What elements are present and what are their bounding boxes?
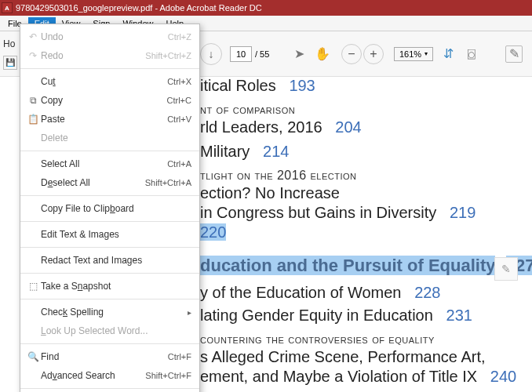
menu-item-icon: ⬚ [25,281,41,292]
menu-item-icon: 📋 [25,114,41,125]
menu-item-select-all[interactable]: Select AllCtrl+A [20,154,199,173]
menu-item-label: Paste [41,114,167,125]
menu-item-label: Redact Text and Images [41,255,191,266]
app-icon: A [2,2,13,13]
home-button[interactable]: Ho [3,38,17,49]
menu-item-label: Copy File to Clipboard [41,203,191,214]
page-down-icon[interactable]: ↓ [200,43,222,65]
menu-item-label: Take a Snapshot [41,281,191,292]
menu-item-shortcut: Ctrl+C [167,96,191,105]
menu-item-shortcut: Shift+Ctrl+A [145,178,191,187]
menu-item-icon: ↶ [25,31,41,42]
menu-item-label: Edit Text & Images [41,229,191,240]
menu-item-edit-text-images[interactable]: Edit Text & Images [20,225,199,244]
page-indicator: / 55 [230,46,269,62]
menu-item-shortcut: Ctrl+X [167,77,191,86]
zoom-out-icon[interactable]: − [341,44,362,64]
menu-item-cut[interactable]: CutCtrl+X [20,72,199,91]
window-title: 9780429503016_googlepreview.pdf - Adobe … [16,3,262,13]
menu-item-icon: 🔍 [25,351,41,362]
menu-item-paste[interactable]: 📋PasteCtrl+V [20,110,199,129]
menu-item-label: Deselect All [41,177,145,188]
menu-item-label: Redo [41,50,145,61]
menu-item-icon: ⧉ [25,95,41,106]
page-number-input[interactable] [230,46,252,62]
menu-item-delete: Delete [20,129,199,147]
page-content: itical Roles 193 nt of comparison rld Le… [200,77,530,392]
menu-item-undo: ↶UndoCtrl+Z [20,27,199,46]
annotation-edit-icon[interactable]: ✎ [494,257,518,281]
menu-item-advanced-search[interactable]: Advanced SearchShift+Ctrl+F [20,366,199,385]
zoom-dropdown[interactable]: 161% [394,47,433,61]
pointer-icon[interactable]: ➤ [290,45,308,63]
save-icon[interactable]: 💾 [3,56,17,70]
fit-width-icon[interactable]: ⇵ [439,45,457,63]
menu-item-label: Undo [41,31,168,42]
menu-item-shortcut: Ctrl+F [168,352,191,361]
menu-item-label: Check Spelling [41,307,183,318]
edit-menu-dropdown: ↶UndoCtrl+Z↷RedoShift+Ctrl+ZCutCtrl+X⧉Co… [20,24,200,392]
menu-item-copy-file-to-clipboard[interactable]: Copy File to Clipboard [20,199,199,218]
menu-item-redo: ↷RedoShift+Ctrl+Z [20,46,199,65]
menu-item-label: Copy [41,95,167,106]
page-display-icon[interactable]: ⌼ [463,45,480,63]
menu-item-shortcut: Ctrl+A [167,159,191,169]
menu-item-label: Look Up Selected Word... [41,325,191,336]
menu-item-check-spelling[interactable]: Check Spelling [20,303,199,321]
submenu-arrow-icon [183,307,191,317]
menu-item-look-up-selected-word: Look Up Selected Word... [20,321,199,340]
page-total: / 55 [255,49,269,59]
titlebar: A 9780429503016_googlepreview.pdf - Adob… [0,0,532,16]
menu-item-take-a-snapshot[interactable]: ⬚Take a Snapshot [20,277,199,296]
menu-item-find[interactable]: 🔍FindCtrl+F [20,347,199,366]
menu-item-shortcut: Shift+Ctrl+F [145,371,191,380]
menu-item-redact-text-and-images[interactable]: Redact Text and Images [20,251,199,270]
hand-icon[interactable]: ✋ [314,45,331,63]
menu-item-label: Select All [41,158,167,169]
menu-item-shortcut: Ctrl+V [167,114,191,124]
menu-item-icon: ↷ [25,50,41,61]
menu-item-deselect-all[interactable]: Deselect AllShift+Ctrl+A [20,173,199,192]
menu-item-shortcut: Ctrl+Z [168,32,191,42]
menu-item-copy[interactable]: ⧉CopyCtrl+C [20,91,199,110]
comment-icon[interactable]: ✎ [505,45,523,63]
menu-item-label: Advanced Search [41,370,145,381]
menu-item-shortcut: Shift+Ctrl+Z [145,51,191,60]
menu-item-label: Delete [41,132,191,143]
zoom-in-icon[interactable]: + [363,44,384,64]
menu-item-label: Find [41,351,168,362]
menu-item-label: Cut [41,76,167,87]
